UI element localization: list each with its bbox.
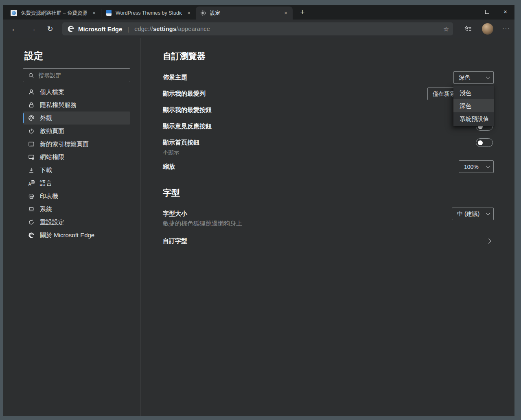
sidebar-item-site-permissions[interactable]: 網站權限 xyxy=(23,151,130,164)
maximize-button[interactable] xyxy=(478,5,496,19)
tab-2[interactable]: WordPress Themes by StudioPre × xyxy=(101,7,196,20)
palette-icon xyxy=(28,115,35,121)
zoom-dropdown[interactable]: 100% xyxy=(459,160,494,173)
section-title-customize: 自訂瀏覽器 xyxy=(163,50,206,62)
favorites-bar-value: 僅在新索 xyxy=(433,90,455,98)
maximize-icon xyxy=(485,10,489,14)
settings-more-menu-button[interactable]: ··· xyxy=(502,25,510,33)
theme-dropdown[interactable]: 深色 xyxy=(453,71,494,84)
font-size-label: 字型大小 xyxy=(163,210,187,218)
chevron-down-icon xyxy=(486,164,490,168)
zoom-value: 100% xyxy=(464,164,479,170)
sidebar-item-label: 啟動頁面 xyxy=(40,127,64,135)
sidebar-item-profiles[interactable]: 個人檔案 xyxy=(23,85,130,98)
minimize-icon xyxy=(467,12,471,12)
close-tab-icon[interactable]: × xyxy=(282,9,289,17)
new-tab-button[interactable]: + xyxy=(297,7,308,18)
sidebar-item-label: 語言 xyxy=(40,179,52,187)
home-button-toggle[interactable] xyxy=(476,138,493,147)
font-size-value: 中 (建議) xyxy=(457,210,479,218)
sidebar-item-label: 重設設定 xyxy=(40,219,64,226)
tab-title: 設定 xyxy=(210,10,279,17)
sidebar-item-appearance[interactable]: 外觀 xyxy=(23,112,130,125)
sidebar-item-reset[interactable]: 重設設定 xyxy=(23,216,130,229)
sidebar-item-label: 下載 xyxy=(40,166,52,174)
search-icon xyxy=(28,72,34,79)
refresh-button[interactable]: ↻ xyxy=(44,24,56,33)
power-icon xyxy=(28,128,35,134)
tab-strip: 免費資源網路社群 – 免費資源指 × WordPress Themes by S… xyxy=(3,5,514,20)
forward-button: → xyxy=(26,24,39,33)
customize-fonts-label: 自訂字型 xyxy=(163,237,187,245)
favorites-button-label: 顯示我的最愛按鈕 xyxy=(163,106,212,114)
zoom-row: 縮放 100% xyxy=(163,160,494,173)
theme-label: 佈景主題 xyxy=(163,74,187,81)
gear-favicon-icon xyxy=(200,10,206,16)
settings-page: 設定 個人檔案 隱私權與服務 外觀 xyxy=(3,38,514,416)
language-icon: A字 xyxy=(28,180,35,186)
profile-avatar[interactable] xyxy=(482,23,493,35)
section-title-fonts: 字型 xyxy=(163,187,180,199)
add-favorite-star-icon[interactable]: ☆ xyxy=(443,25,449,33)
font-size-dropdown[interactable]: 中 (建議) xyxy=(452,208,494,220)
tab-title: 免費資源網路社群 – 免費資源指 xyxy=(21,10,87,17)
sidebar-item-printers[interactable]: 印表機 xyxy=(23,190,130,203)
sidebar-item-label: 個人檔案 xyxy=(40,88,64,96)
home-button-label: 顯示首頁按鈕 xyxy=(163,139,199,147)
theme-row: 佈景主題 深色 xyxy=(163,71,494,84)
sidebar-item-privacy[interactable]: 隱私權與服務 xyxy=(23,98,130,112)
studiopress-favicon-icon xyxy=(105,10,112,16)
favorites-bar-row: 顯示我的最愛列 僅在新索 xyxy=(163,88,494,100)
sidebar-item-new-tab-page[interactable]: 新的索引標籤頁面 xyxy=(23,138,130,151)
search-input[interactable] xyxy=(38,72,126,79)
home-button-row: 顯示首頁按鈕 xyxy=(163,136,494,149)
menu-item-system-default[interactable]: 系統預設值 xyxy=(453,112,494,125)
minimize-button[interactable] xyxy=(460,5,478,19)
menu-item-light[interactable]: 淺色 xyxy=(453,86,494,99)
customize-fonts-row[interactable]: 自訂字型 xyxy=(163,236,494,246)
address-bar[interactable]: Microsoft Edge | edge://settings/appeara… xyxy=(62,22,453,35)
globe-favicon-icon xyxy=(11,10,17,16)
close-window-button[interactable]: × xyxy=(496,5,514,19)
person-icon xyxy=(28,89,35,95)
sidebar-item-label: 印表機 xyxy=(40,192,58,200)
window-controls: × xyxy=(460,5,514,19)
new-tab-page-icon xyxy=(28,141,35,147)
font-size-row: 字型大小 中 (建議) xyxy=(163,208,494,220)
settings-search-box[interactable] xyxy=(23,68,130,82)
favorites-bar-label: 顯示我的最愛列 xyxy=(163,90,206,98)
lock-icon xyxy=(28,102,35,108)
chevron-right-icon xyxy=(486,238,491,244)
url-separator: | xyxy=(127,26,129,33)
sidebar-item-startup[interactable]: 啟動頁面 xyxy=(23,125,130,138)
theme-dropdown-menu: 淺色 深色 系統預設值 xyxy=(453,85,494,126)
tab-1[interactable]: 免費資源網路社群 – 免費資源指 × xyxy=(7,7,101,20)
tab-title: WordPress Themes by StudioPre xyxy=(116,10,182,16)
browser-window: 免費資源網路社群 – 免費資源指 × WordPress Themes by S… xyxy=(3,5,514,416)
theme-value: 深色 xyxy=(459,74,470,81)
close-tab-icon[interactable]: × xyxy=(185,9,193,17)
sidebar-item-label: 外觀 xyxy=(40,114,52,122)
printer-icon xyxy=(28,193,35,199)
font-size-sample-text: 敏捷的棕色狐狸跳過懶狗身上 xyxy=(163,220,242,228)
sidebar-menu: 個人檔案 隱私權與服務 外觀 啟動頁面 新的索引標籤頁面 xyxy=(23,85,130,242)
feedback-button-row: 顯示意見反應按鈕 xyxy=(163,120,494,133)
sidebar-item-languages[interactable]: A字 語言 xyxy=(23,177,130,190)
sidebar-item-system[interactable]: 系統 xyxy=(23,203,130,216)
svg-text:A: A xyxy=(28,182,31,186)
back-button[interactable]: ← xyxy=(9,24,21,33)
close-tab-icon[interactable]: × xyxy=(90,9,98,17)
sidebar-item-about-edge[interactable]: 關於 Microsoft Edge xyxy=(23,229,130,242)
sidebar-item-downloads[interactable]: 下載 xyxy=(23,164,130,177)
menu-item-dark[interactable]: 深色 xyxy=(453,99,494,112)
edge-logo-icon xyxy=(67,25,74,33)
reset-icon xyxy=(28,219,35,225)
appearance-settings-panel: 自訂瀏覽器 佈景主題 深色 顯示我的最愛列 僅在新索 顯示我的最愛按鈕 顯示意 xyxy=(140,38,514,416)
site-permissions-icon xyxy=(28,154,35,160)
favorites-bar-icon[interactable] xyxy=(464,24,473,33)
tab-settings-active[interactable]: 設定 × xyxy=(196,7,293,20)
product-name: Microsoft Edge xyxy=(78,26,122,33)
download-icon xyxy=(28,167,35,173)
svg-text:字: 字 xyxy=(32,181,34,184)
sidebar-item-label: 網站權限 xyxy=(40,153,64,161)
